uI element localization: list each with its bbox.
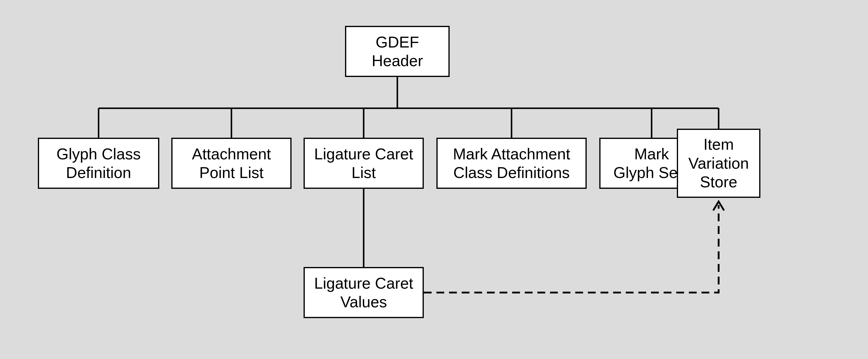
node-text: Values xyxy=(340,293,387,310)
node-ligature-caret-list: Ligature Caret List xyxy=(304,138,424,189)
node-text: Store xyxy=(700,173,737,191)
node-text: GDEF xyxy=(376,33,419,51)
node-text: Glyph Class xyxy=(57,145,141,163)
node-glyph-class-definition: Glyph Class Definition xyxy=(38,138,159,189)
node-text: Class Definitions xyxy=(453,164,569,181)
node-mark-attachment-class-definitions: Mark Attachment Class Definitions xyxy=(436,138,587,189)
node-item-variation-store: Item Variation Store xyxy=(677,129,761,198)
node-text: Point List xyxy=(199,164,264,181)
node-gdef-header: GDEF Header xyxy=(345,26,450,77)
node-text: Ligature Caret xyxy=(314,274,413,292)
node-text: Definition xyxy=(66,164,131,181)
node-text: Mark xyxy=(634,145,669,163)
node-text: Ligature Caret xyxy=(314,145,413,163)
node-text: Attachment xyxy=(192,145,271,163)
node-text: Header xyxy=(372,52,423,69)
node-ligature-caret-values: Ligature Caret Values xyxy=(304,267,424,318)
node-text: Item xyxy=(703,136,734,153)
node-text: Variation xyxy=(688,154,749,172)
diagram-canvas: GDEF Header Glyph Class Definition Attac… xyxy=(0,0,868,359)
node-attachment-point-list: Attachment Point List xyxy=(171,138,291,189)
node-text: List xyxy=(352,164,376,181)
node-text: Mark Attachment xyxy=(453,145,570,163)
